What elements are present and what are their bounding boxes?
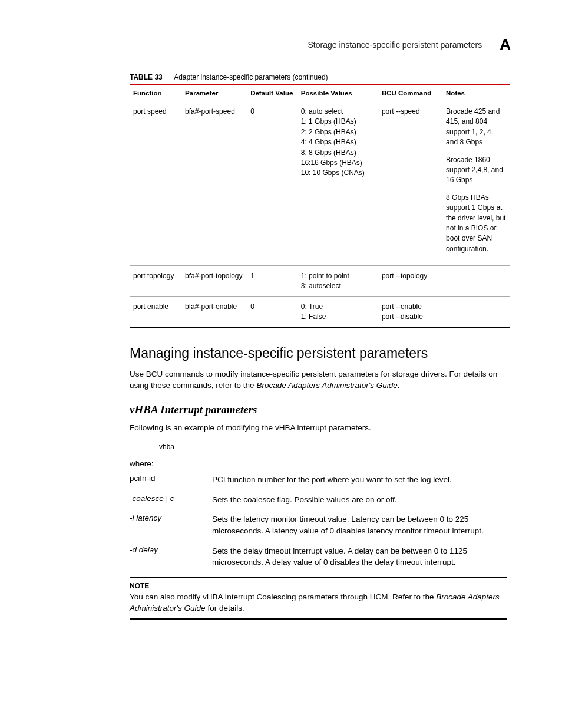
cell-notes [442, 266, 510, 297]
cell-bcu: port --enableport --disable [378, 296, 442, 327]
note-box: NOTE You can also modify vHBA Interrupt … [130, 577, 507, 620]
col-header-bcu: BCU Command [378, 85, 442, 101]
cell-default: 1 [247, 266, 297, 297]
cell-parameter: bfa#-port-enable [181, 296, 247, 327]
running-header-title: Storage instance-specific persistent par… [308, 40, 482, 50]
table-row: port topology bfa#-port-topology 1 1: po… [130, 266, 510, 297]
section-heading: Managing instance-specific persistent pa… [130, 345, 512, 361]
definition-term: -l latency [130, 513, 212, 536]
definition-term: -d delay [130, 545, 212, 568]
cell-function: port topology [130, 266, 181, 297]
cell-bcu: port --topology [378, 266, 442, 297]
guide-title: Brocade Adapters Administrator's Guide [256, 381, 397, 390]
col-header-default: Default Value [247, 85, 297, 101]
definition-row: -d delay Sets the delay timeout interrup… [130, 545, 507, 568]
col-header-possible: Possible Values [297, 85, 378, 101]
code-example: vhba [159, 443, 512, 451]
definition-row: -coalesce | c Sets the coalesce flag. Po… [130, 494, 507, 506]
definition-row: -l latency Sets the latency monitor time… [130, 513, 507, 536]
cell-default: 0 [247, 101, 297, 266]
cell-function: port enable [130, 296, 181, 327]
where-label: where: [130, 459, 512, 468]
cell-possible: 0: True1: False [297, 296, 378, 327]
cell-possible: 1: point to point3: autoselect [297, 266, 378, 297]
col-header-function: Function [130, 85, 181, 101]
definition-row: pcifn-id PCI function number for the por… [130, 474, 507, 486]
cell-default: 0 [247, 296, 297, 327]
col-header-notes: Notes [442, 85, 510, 101]
definition-description: PCI function number for the port where y… [212, 474, 507, 486]
cell-possible: 0: auto select1: 1 Gbps (HBAs)2: 2 Gbps … [297, 101, 378, 266]
definition-term: pcifn-id [130, 474, 212, 486]
text: for details. [206, 604, 244, 612]
intro-paragraph: Use BCU commands to modify instance-spec… [130, 368, 507, 391]
cell-bcu: port --speed [378, 101, 442, 266]
cell-notes: Brocade 425 and 415, and 804 support 1, … [442, 101, 510, 266]
definition-description: Sets the latency monitor timeout value. … [212, 513, 507, 536]
running-header: Storage instance-specific persistent par… [130, 35, 512, 54]
table-row: port enable bfa#-port-enable 0 0: True1:… [130, 296, 510, 327]
cell-parameter: bfa#-port-speed [181, 101, 247, 266]
note-label: NOTE [130, 582, 507, 590]
text: . [398, 381, 400, 390]
table-header-row: Function Parameter Default Value Possibl… [130, 85, 510, 101]
definition-term: -coalesce | c [130, 494, 212, 506]
cell-notes [442, 296, 510, 327]
definition-description: Sets the coalesce flag. Possible values … [212, 494, 507, 506]
col-header-parameter: Parameter [181, 85, 247, 101]
subsection-heading: vHBA Interrupt parameters [130, 403, 512, 416]
table-caption-text: Adapter instance-specific parameters (co… [174, 73, 328, 81]
example-intro: Following is an example of modifying the… [130, 422, 507, 434]
definition-list: pcifn-id PCI function number for the por… [130, 474, 507, 568]
page: Storage instance-specific persistent par… [0, 0, 562, 728]
table-caption-label: TABLE 33 [130, 73, 163, 81]
text: You can also modify vHBA Interrupt Coale… [130, 592, 436, 601]
table-caption: TABLE 33 Adapter instance-specific param… [130, 73, 512, 81]
note-body: You can also modify vHBA Interrupt Coale… [130, 591, 507, 614]
parameters-table: Function Parameter Default Value Possibl… [130, 84, 510, 328]
running-header-section-letter: A [500, 35, 511, 54]
cell-function: port speed [130, 101, 181, 266]
definition-description: Sets the delay timeout interrupt value. … [212, 545, 507, 568]
table-row: port speed bfa#-port-speed 0 0: auto sel… [130, 101, 510, 266]
cell-parameter: bfa#-port-topology [181, 266, 247, 297]
